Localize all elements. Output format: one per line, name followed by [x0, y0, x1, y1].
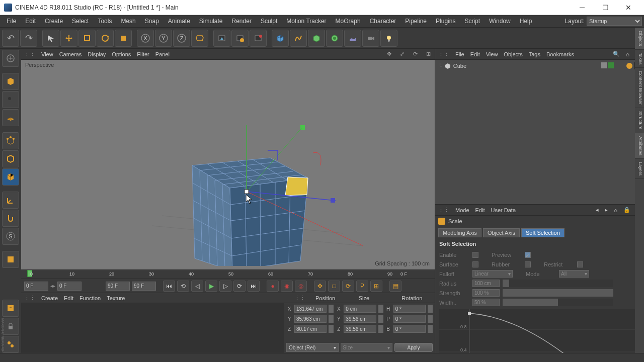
- model-mode-button[interactable]: [2, 73, 19, 90]
- coord-system-button[interactable]: [191, 30, 208, 47]
- obj-search-icon[interactable]: 🔍: [613, 51, 620, 57]
- obj-menu-edit[interactable]: Edit: [470, 51, 480, 57]
- render-queue-button[interactable]: [250, 30, 267, 47]
- strength-slider[interactable]: [503, 289, 613, 297]
- visibility-dot-icon[interactable]: [608, 62, 614, 68]
- prev-frame-button[interactable]: ◁: [191, 281, 203, 292]
- menu-select[interactable]: Select: [67, 16, 93, 26]
- scale-button[interactable]: [78, 30, 96, 47]
- tweak-button[interactable]: [2, 210, 19, 227]
- obj-menu-tags[interactable]: Tags: [529, 51, 540, 57]
- menu-pipeline[interactable]: Pipeline: [400, 16, 431, 26]
- render-view-button[interactable]: [213, 30, 230, 47]
- frame-cur-field[interactable]: [132, 282, 156, 291]
- viewport-toggle-icon[interactable]: ⊞: [425, 51, 432, 58]
- axis-button[interactable]: [2, 192, 19, 209]
- key-rot-button[interactable]: ⟳: [342, 281, 354, 292]
- key-pos-button[interactable]: ✥: [314, 281, 326, 292]
- live-select-button[interactable]: [42, 30, 59, 47]
- generator-button[interactable]: [308, 30, 325, 47]
- width-field[interactable]: 50 %: [472, 299, 500, 306]
- apply-button[interactable]: Apply: [394, 343, 433, 352]
- minimize-button[interactable]: ─: [571, 0, 594, 15]
- size-z-field[interactable]: 39.56 cm: [344, 325, 376, 333]
- environment-button[interactable]: [344, 30, 361, 47]
- menu-file[interactable]: File: [2, 16, 21, 26]
- menu-help[interactable]: Help: [515, 16, 537, 26]
- mat-menu-texture[interactable]: Texture: [107, 295, 125, 301]
- z-axis-button[interactable]: Z: [173, 30, 190, 47]
- tab-attributes[interactable]: Attributes: [635, 133, 644, 159]
- keyset-button[interactable]: ◎: [295, 281, 307, 292]
- autokey-button[interactable]: ◉: [281, 281, 293, 292]
- viewport-solo-button[interactable]: [2, 251, 19, 268]
- menu-sculpt[interactable]: Sculpt: [256, 16, 282, 26]
- obj-menu-bookmarks[interactable]: Bookmarks: [546, 51, 574, 57]
- next-frame-button[interactable]: ▷: [219, 281, 231, 292]
- key-scale-button[interactable]: □: [328, 281, 340, 292]
- radius-slider[interactable]: [503, 280, 613, 287]
- pos-z-field[interactable]: 80.17 cm: [294, 325, 327, 333]
- coord-size-select[interactable]: Size▾: [341, 343, 393, 352]
- texture-mode-button[interactable]: [2, 91, 19, 108]
- restrict-checkbox[interactable]: [577, 261, 583, 267]
- rubber-checkbox[interactable]: [525, 261, 531, 267]
- layer-dot-icon[interactable]: [601, 62, 607, 68]
- viewport-zoom-icon[interactable]: ⤢: [398, 51, 406, 58]
- attr-menu-userdata[interactable]: User Data: [491, 207, 516, 213]
- frame-start-field[interactable]: [24, 282, 48, 291]
- attr-menu-edit[interactable]: Edit: [475, 207, 485, 213]
- key-param-button[interactable]: P: [356, 281, 368, 292]
- surface-checkbox[interactable]: [472, 261, 478, 267]
- viewport[interactable]: Perspective: [21, 60, 435, 269]
- mat-menu-function[interactable]: Function: [79, 295, 101, 301]
- mat-menu-create[interactable]: Create: [41, 295, 58, 301]
- pos-y-field[interactable]: 85.963 cm: [294, 315, 327, 323]
- menu-motiontracker[interactable]: Motion Tracker: [282, 16, 331, 26]
- view-menu-cameras[interactable]: Cameras: [59, 51, 82, 57]
- attr-up-icon[interactable]: ⌂: [614, 207, 617, 213]
- viewport-pan-icon[interactable]: ✥: [385, 51, 392, 58]
- layout-select[interactable]: Startup: [587, 17, 642, 26]
- lock2-button[interactable]: [2, 318, 19, 335]
- pos-x-field[interactable]: 131.647 cm: [294, 305, 327, 313]
- attr-menu-mode[interactable]: Mode: [455, 207, 469, 213]
- record-button[interactable]: ●: [267, 281, 279, 292]
- points-mode-button[interactable]: [2, 132, 19, 149]
- size-x-field[interactable]: 0 cm: [344, 305, 376, 313]
- workplane-mode-button[interactable]: [2, 109, 19, 126]
- viewport-rotate-icon[interactable]: ⟳: [412, 51, 419, 58]
- obj-menu-view[interactable]: View: [486, 51, 498, 57]
- close-button[interactable]: ✕: [617, 0, 640, 15]
- obj-menu-file[interactable]: File: [455, 51, 464, 57]
- attr-back-icon[interactable]: ◂: [596, 207, 599, 213]
- redo-button[interactable]: ↷: [20, 30, 37, 47]
- tab-objects[interactable]: Objects: [635, 28, 644, 50]
- snap-button[interactable]: S: [2, 228, 19, 245]
- menu-snap[interactable]: Snap: [140, 16, 164, 26]
- view-menu-panel[interactable]: Panel: [155, 51, 170, 57]
- timeline-open-button[interactable]: ▤: [389, 281, 401, 292]
- timeline[interactable]: 0 10 20 30 40 50 60 70 80 90 0 F: [21, 269, 435, 279]
- phong-tag-icon[interactable]: [626, 62, 633, 69]
- light-button[interactable]: [380, 30, 397, 47]
- mat-menu-edit[interactable]: Edit: [64, 295, 73, 301]
- tab-object-axis[interactable]: Object Axis: [483, 228, 520, 237]
- x-axis-button[interactable]: X: [137, 30, 154, 47]
- menu-create[interactable]: Create: [40, 16, 67, 26]
- maximize-button[interactable]: ☐: [594, 0, 617, 15]
- menu-mesh[interactable]: Mesh: [116, 16, 140, 26]
- frame-to-field[interactable]: [106, 282, 130, 291]
- coord-mode-select[interactable]: Object (Rel)▾: [286, 343, 339, 352]
- rot-h-field[interactable]: 0 °: [393, 305, 426, 313]
- attr-fwd-icon[interactable]: ▸: [605, 207, 608, 213]
- view-menu-display[interactable]: Display: [88, 51, 106, 57]
- goto-end-button[interactable]: ⏭: [248, 281, 260, 292]
- menu-simulate[interactable]: Simulate: [195, 16, 227, 26]
- camera-button[interactable]: [362, 30, 379, 47]
- goto-start-button[interactable]: ⏮: [163, 281, 175, 292]
- mode-select[interactable]: All▾: [559, 270, 589, 278]
- menu-animate[interactable]: Animate: [164, 16, 195, 26]
- next-key-button[interactable]: ⟳: [233, 281, 246, 292]
- enable-checkbox[interactable]: [472, 252, 478, 258]
